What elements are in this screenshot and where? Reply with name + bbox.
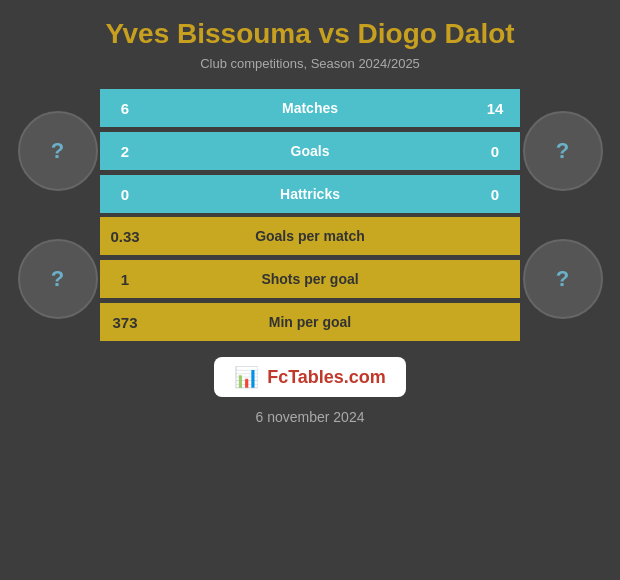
logo-fc: Fc <box>267 367 288 387</box>
player1-avatar-bottom: ? <box>15 239 100 319</box>
player1-avatar-icon: ? <box>51 138 64 164</box>
player1-avatar-circle: ? <box>18 111 98 191</box>
goals-right-val: 0 <box>470 132 520 170</box>
player1-avatar-top: ? <box>15 111 100 191</box>
stat-row-shots-per-goal: 1 Shots per goal <box>100 260 520 298</box>
page-title: Yves Bissouma vs Diogo Dalot <box>105 18 514 50</box>
page-subtitle: Club competitions, Season 2024/2025 <box>200 56 420 71</box>
gpm-left-val: 0.33 <box>100 217 150 255</box>
spg-label: Shots per goal <box>150 260 470 298</box>
mpg-left-val: 373 <box>100 303 150 341</box>
top-stats: 6 Matches 14 2 Goals 0 0 Hattricks 0 <box>100 89 520 213</box>
spg-left-val: 1 <box>100 260 150 298</box>
hattricks-label: Hattricks <box>150 175 470 213</box>
logo-tables: Tables.com <box>288 367 386 387</box>
gpm-label: Goals per match <box>150 217 470 255</box>
player2-avatar-bottom: ? <box>520 239 605 319</box>
hattricks-right-val: 0 <box>470 175 520 213</box>
logo-icon: 📊 <box>234 365 259 389</box>
player2-avatar-circle: ? <box>523 111 603 191</box>
stat-row-matches: 6 Matches 14 <box>100 89 520 127</box>
hattricks-left-val: 0 <box>100 175 150 213</box>
stat-row-min-per-goal: 373 Min per goal <box>100 303 520 341</box>
goals-label: Goals <box>150 132 470 170</box>
player1-avatar-icon-2: ? <box>51 266 64 292</box>
stat-row-goals: 2 Goals 0 <box>100 132 520 170</box>
bottom-stats: 0.33 Goals per match 1 Shots per goal 37… <box>100 217 520 341</box>
matches-label: Matches <box>150 89 470 127</box>
stat-row-hattricks: 0 Hattricks 0 <box>100 175 520 213</box>
mpg-label: Min per goal <box>150 303 470 341</box>
logo-box: 📊 FcTables.com <box>214 357 406 397</box>
top-section: ? 6 Matches 14 2 Goals 0 0 Hattricks 0 <box>15 89 605 213</box>
stat-row-goals-per-match: 0.33 Goals per match <box>100 217 520 255</box>
matches-right-val: 14 <box>470 89 520 127</box>
logo-text: FcTables.com <box>267 367 386 388</box>
matches-left-val: 6 <box>100 89 150 127</box>
player2-avatar-circle-2: ? <box>523 239 603 319</box>
mpg-right-val <box>470 303 520 341</box>
player2-avatar-icon-2: ? <box>556 266 569 292</box>
date-label: 6 november 2024 <box>256 409 365 425</box>
player1-avatar-circle-2: ? <box>18 239 98 319</box>
page: Yves Bissouma vs Diogo Dalot Club compet… <box>0 0 620 580</box>
gpm-right-val <box>470 217 520 255</box>
bottom-section: ? 0.33 Goals per match 1 Shots per goal … <box>15 217 605 341</box>
player2-avatar-top: ? <box>520 111 605 191</box>
goals-left-val: 2 <box>100 132 150 170</box>
spg-right-val <box>470 260 520 298</box>
player2-avatar-icon: ? <box>556 138 569 164</box>
